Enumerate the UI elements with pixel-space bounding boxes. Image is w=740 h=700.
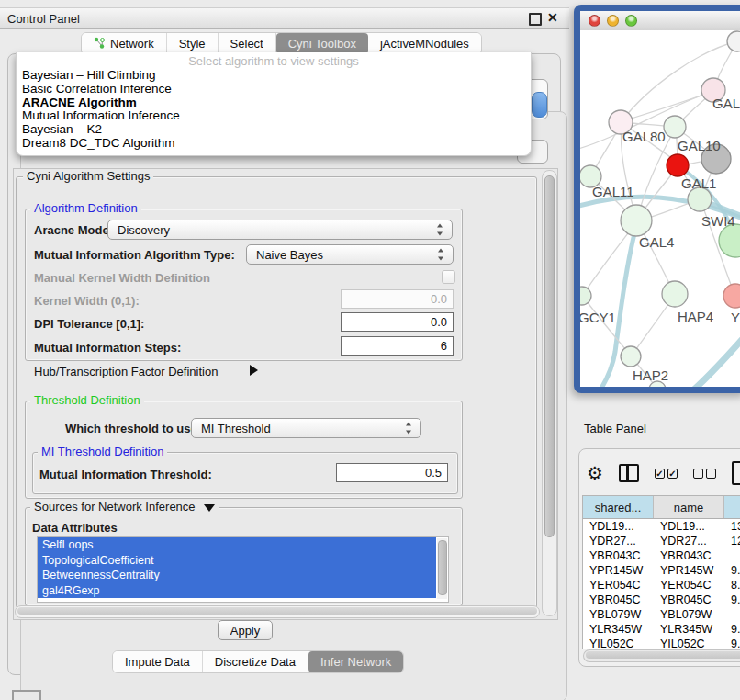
table-cell: YPR145W — [583, 563, 654, 578]
table-cell: YDL19... — [583, 519, 654, 534]
manual-kernel-width-checkbox[interactable] — [442, 270, 455, 284]
table-cell: YDL19... — [654, 519, 724, 534]
control-panel-titlebar: Control Panel ✕ — [0, 7, 569, 29]
table-cell: YBL079W — [654, 607, 724, 622]
tab-style[interactable]: Style — [167, 33, 219, 54]
network-node[interactable] — [580, 287, 591, 305]
node-table[interactable]: shared...nameA YDL19...YDL19...13YDR27..… — [582, 495, 740, 649]
document-icon[interactable] — [732, 461, 740, 485]
network-node[interactable] — [621, 346, 641, 367]
aracne-mode-label: Aracne Mode: — [34, 223, 113, 237]
algorithm-option-dream8-dc-tdc-algorithm[interactable]: Dream8 DC_TDC Algorithm — [17, 137, 531, 151]
tab-label: Discretize Data — [215, 655, 296, 669]
algorithm-option-basic-correlation-inference[interactable]: Basic Correlation Inference — [17, 83, 531, 96]
table-cell — [724, 548, 740, 563]
algorithm-option-mutual-information-inference[interactable]: Mutual Information Inference — [17, 109, 531, 123]
column-header-name[interactable]: name — [654, 496, 724, 518]
network-window-titlebar[interactable] — [580, 11, 740, 31]
split-column-icon[interactable] — [619, 464, 639, 482]
table-cell: YBR045C — [583, 593, 654, 607]
column-header-shared[interactable]: shared... — [583, 496, 654, 518]
zoom-traffic-light-icon[interactable] — [625, 15, 637, 27]
network-node[interactable] — [727, 31, 740, 51]
list-scrollbar-thumb[interactable] — [438, 540, 447, 595]
mi-threshold-field[interactable]: 0.5 — [336, 463, 448, 482]
tab-discretize-data[interactable]: Discretize Data — [203, 651, 308, 672]
table-cell: YIL052C — [583, 637, 654, 649]
table-row[interactable]: YLR345WYLR345W9. — [583, 622, 740, 637]
minimized-panel-icon[interactable] — [12, 690, 41, 700]
unchecked-pair-icon[interactable] — [693, 469, 716, 479]
which-threshold-label: Which threshold to use: — [65, 422, 201, 435]
list-scrollbar[interactable] — [437, 538, 447, 599]
dpi-tolerance-field[interactable]: 0.0 — [341, 312, 454, 332]
network-node[interactable] — [662, 281, 688, 307]
network-canvas[interactable]: GALGAL80GAL10GAL1GAL11SWI4GAL4GCY1HAP4YH… — [580, 30, 740, 387]
expand-arrow-icon[interactable] — [250, 365, 258, 376]
table-row[interactable]: YDL19...YDL19...13 — [583, 519, 740, 534]
dropdown-items: Bayesian – Hill ClimbingBasic Correlatio… — [17, 69, 531, 151]
close-traffic-light-icon[interactable] — [589, 15, 600, 27]
table-row[interactable]: YPR145WYPR145W9. — [583, 563, 740, 578]
mi-steps-field[interactable]: 6 — [341, 336, 454, 356]
settings-hscroll-thumb[interactable] — [17, 607, 537, 615]
mi-algorithm-type-value: Naive Bayes — [256, 248, 323, 262]
table-row[interactable]: YDR27...YDR27...12 — [583, 534, 740, 548]
node-label-gal11: GAL11 — [592, 184, 634, 199]
settings-vertical-scrollbar[interactable] — [542, 170, 557, 616]
network-icon — [94, 37, 106, 51]
attribute-item-betweennesscentrality[interactable]: BetweennessCentrality — [38, 568, 436, 583]
settings-vscroll-thumb[interactable] — [544, 175, 555, 537]
network-view-window[interactable]: GALGAL80GAL10GAL1GAL11SWI4GAL4GCY1HAP4YH… — [574, 5, 740, 393]
attribute-item-selfloops[interactable]: SelfLoops — [38, 537, 436, 553]
which-threshold-select[interactable]: MI Threshold — [191, 418, 421, 438]
node-label-gal4: GAL4 — [639, 234, 674, 250]
table-row[interactable]: YBR045CYBR045C9. — [583, 593, 740, 607]
collapse-arrow-icon[interactable] — [204, 504, 215, 512]
tab-jactivemnodules[interactable]: jActiveMNodules — [368, 33, 481, 54]
hub-section-label[interactable]: Hub/Transcription Factor Definition — [34, 365, 218, 378]
float-window-icon[interactable] — [529, 13, 542, 26]
table-horizontal-scrollbar[interactable] — [583, 649, 740, 662]
algorithm-option-aracne-algorithm[interactable]: ARACNE Algorithm — [17, 96, 531, 110]
mi-threshold-value: 0.5 — [425, 466, 442, 480]
algorithm-dropdown[interactable]: Select algorithm to view settings Bayesi… — [16, 52, 532, 156]
algorithm-option-bayesian-k2[interactable]: Bayesian – K2 — [17, 123, 531, 137]
network-node[interactable] — [621, 205, 652, 236]
table-cell: YER054C — [583, 578, 654, 593]
table-row[interactable]: YBR043CYBR043C — [583, 548, 740, 563]
mi-algorithm-type-select[interactable]: Naive Bayes — [246, 244, 454, 265]
column-header-a[interactable]: A — [724, 496, 740, 518]
tab-network[interactable]: Network — [82, 33, 167, 54]
network-node[interactable] — [719, 224, 740, 257]
tab-infer-network[interactable]: Infer Network — [308, 651, 403, 672]
apply-button[interactable]: Apply — [218, 620, 273, 640]
tab-select[interactable]: Select — [219, 33, 276, 54]
table-row[interactable]: YBL079WYBL079W — [583, 607, 740, 622]
table-row[interactable]: YER054CYER054C8. — [583, 578, 740, 593]
network-node[interactable] — [667, 154, 689, 176]
sources-group-title[interactable]: Sources for Network Inference — [30, 501, 219, 514]
table-cell: YLR345W — [583, 622, 654, 637]
gear-icon[interactable]: ⚙ — [587, 464, 603, 482]
network-node[interactable] — [664, 116, 686, 138]
focused-spinner-icon[interactable] — [532, 92, 547, 118]
aracne-mode-select[interactable]: Discovery — [107, 220, 453, 240]
minimize-traffic-light-icon[interactable] — [607, 15, 619, 27]
algorithm-option-bayesian-hill-climbing[interactable]: Bayesian – Hill Climbing — [17, 69, 531, 83]
table-cell: YER054C — [654, 578, 724, 593]
network-edge[interactable] — [689, 332, 740, 387]
data-attributes-list[interactable]: SelfLoopsTopologicalCoefficientBetweenne… — [37, 536, 449, 603]
attribute-item-gal4rgexp[interactable]: gal4RGexp — [38, 583, 436, 599]
close-icon[interactable]: ✕ — [547, 10, 558, 25]
network-node[interactable] — [723, 284, 740, 308]
settings-horizontal-scrollbar[interactable] — [15, 605, 540, 618]
checked-pair-icon[interactable]: ✓ ✓ — [655, 469, 678, 479]
kernel-width-field: 0.0 — [341, 289, 454, 309]
table-row[interactable]: YIL052CYIL052C9. — [583, 637, 740, 649]
network-graph[interactable]: GALGAL80GAL10GAL1GAL11SWI4GAL4GCY1HAP4YH… — [580, 30, 740, 387]
tab-impute-data[interactable]: Impute Data — [113, 651, 203, 672]
tab-cyni-toolbox[interactable]: Cyni Toolbox — [276, 33, 368, 54]
attribute-item-topologicalcoefficient[interactable]: TopologicalCoefficient — [38, 553, 436, 569]
table-hscroll-thumb[interactable] — [586, 651, 740, 659]
